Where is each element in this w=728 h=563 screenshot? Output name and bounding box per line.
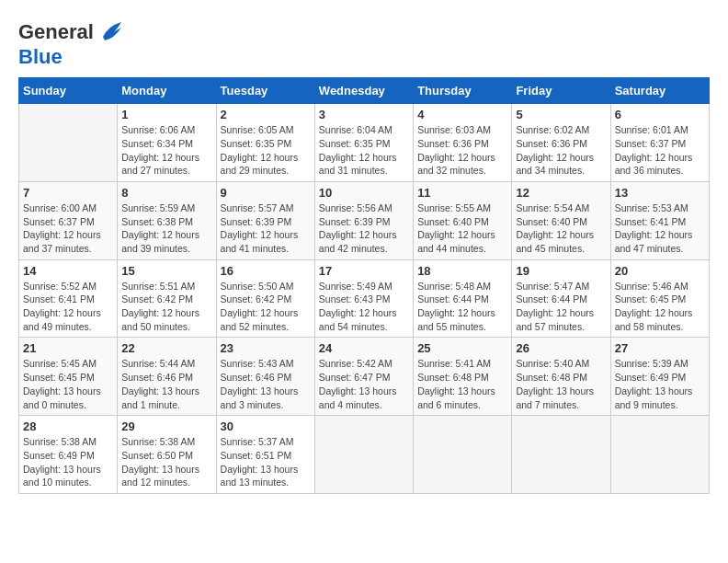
calendar-cell: 4Sunrise: 6:03 AM Sunset: 6:36 PM Daylig…	[414, 104, 512, 182]
calendar-cell: 15Sunrise: 5:51 AM Sunset: 6:42 PM Dayli…	[118, 259, 216, 338]
calendar-cell: 17Sunrise: 5:49 AM Sunset: 6:43 PM Dayli…	[314, 259, 413, 338]
calendar-cell: 29Sunrise: 5:38 AM Sunset: 6:50 PM Dayli…	[118, 416, 216, 494]
calendar-cell: 27Sunrise: 5:39 AM Sunset: 6:49 PM Dayli…	[610, 338, 709, 416]
day-info: Sunrise: 5:56 AM Sunset: 6:39 PM Dayligh…	[319, 201, 409, 256]
day-info: Sunrise: 5:46 AM Sunset: 6:45 PM Dayligh…	[615, 280, 705, 334]
col-header-wednesday: Wednesday	[314, 78, 413, 104]
week-row-5: 28Sunrise: 5:38 AM Sunset: 6:49 PM Dayli…	[19, 416, 710, 494]
day-number: 4	[417, 108, 507, 121]
day-number: 23	[221, 341, 311, 355]
day-info: Sunrise: 6:01 AM Sunset: 6:37 PM Dayligh…	[615, 123, 705, 178]
day-number: 18	[417, 264, 507, 278]
day-number: 20	[615, 264, 705, 278]
calendar-cell: 2Sunrise: 6:05 AM Sunset: 6:35 PM Daylig…	[216, 104, 314, 182]
calendar-cell: 30Sunrise: 5:37 AM Sunset: 6:51 PM Dayli…	[216, 416, 314, 494]
day-number: 10	[319, 186, 409, 200]
calendar-cell	[610, 416, 709, 494]
day-info: Sunrise: 6:03 AM Sunset: 6:36 PM Dayligh…	[417, 123, 507, 178]
col-header-friday: Friday	[512, 78, 610, 104]
calendar-cell: 28Sunrise: 5:38 AM Sunset: 6:49 PM Dayli…	[19, 416, 118, 494]
day-info: Sunrise: 5:44 AM Sunset: 6:46 PM Dayligh…	[121, 357, 211, 411]
day-number: 28	[23, 419, 113, 433]
week-row-2: 7Sunrise: 6:00 AM Sunset: 6:37 PM Daylig…	[19, 181, 710, 259]
col-header-sunday: Sunday	[19, 78, 118, 104]
day-number: 2	[221, 108, 311, 121]
day-info: Sunrise: 5:52 AM Sunset: 6:41 PM Dayligh…	[23, 280, 113, 334]
calendar-cell	[19, 104, 118, 182]
day-info: Sunrise: 6:05 AM Sunset: 6:35 PM Dayligh…	[221, 123, 311, 178]
day-number: 5	[516, 108, 606, 121]
day-number: 9	[221, 186, 311, 200]
calendar-cell: 11Sunrise: 5:55 AM Sunset: 6:40 PM Dayli…	[414, 181, 512, 259]
day-info: Sunrise: 6:02 AM Sunset: 6:36 PM Dayligh…	[516, 123, 606, 178]
week-row-1: 1Sunrise: 6:06 AM Sunset: 6:34 PM Daylig…	[19, 104, 710, 182]
calendar-cell: 23Sunrise: 5:43 AM Sunset: 6:46 PM Dayli…	[216, 338, 314, 416]
day-info: Sunrise: 5:54 AM Sunset: 6:40 PM Dayligh…	[516, 201, 606, 256]
day-number: 29	[121, 419, 211, 433]
day-number: 11	[417, 186, 507, 200]
logo: General Blue	[18, 18, 123, 68]
calendar-cell: 25Sunrise: 5:41 AM Sunset: 6:48 PM Dayli…	[414, 338, 512, 416]
day-number: 19	[516, 264, 606, 278]
calendar-cell: 3Sunrise: 6:04 AM Sunset: 6:35 PM Daylig…	[314, 104, 413, 182]
day-info: Sunrise: 5:57 AM Sunset: 6:39 PM Dayligh…	[221, 201, 311, 256]
calendar-cell: 14Sunrise: 5:52 AM Sunset: 6:41 PM Dayli…	[19, 259, 118, 338]
day-number: 25	[417, 341, 507, 355]
calendar-cell: 8Sunrise: 5:59 AM Sunset: 6:38 PM Daylig…	[118, 181, 216, 259]
calendar-table: SundayMondayTuesdayWednesdayThursdayFrid…	[18, 77, 710, 494]
day-number: 24	[319, 341, 409, 355]
day-info: Sunrise: 5:53 AM Sunset: 6:41 PM Dayligh…	[615, 201, 705, 256]
day-info: Sunrise: 5:40 AM Sunset: 6:48 PM Dayligh…	[516, 357, 606, 411]
day-info: Sunrise: 5:37 AM Sunset: 6:51 PM Dayligh…	[221, 435, 311, 489]
calendar-cell: 20Sunrise: 5:46 AM Sunset: 6:45 PM Dayli…	[610, 259, 709, 338]
day-number: 14	[23, 264, 113, 278]
day-info: Sunrise: 5:39 AM Sunset: 6:49 PM Dayligh…	[615, 357, 705, 411]
day-info: Sunrise: 5:50 AM Sunset: 6:42 PM Dayligh…	[221, 280, 311, 334]
week-row-3: 14Sunrise: 5:52 AM Sunset: 6:41 PM Dayli…	[19, 259, 710, 338]
calendar-cell: 18Sunrise: 5:48 AM Sunset: 6:44 PM Dayli…	[414, 259, 512, 338]
calendar-cell	[314, 416, 413, 494]
day-info: Sunrise: 5:55 AM Sunset: 6:40 PM Dayligh…	[417, 201, 507, 256]
calendar-cell: 5Sunrise: 6:02 AM Sunset: 6:36 PM Daylig…	[512, 104, 610, 182]
calendar-cell: 26Sunrise: 5:40 AM Sunset: 6:48 PM Dayli…	[512, 338, 610, 416]
logo-blue: Blue	[18, 45, 63, 68]
day-number: 13	[615, 186, 705, 200]
day-info: Sunrise: 5:41 AM Sunset: 6:48 PM Dayligh…	[417, 357, 507, 411]
day-number: 26	[516, 341, 606, 355]
day-info: Sunrise: 5:42 AM Sunset: 6:47 PM Dayligh…	[319, 357, 409, 411]
day-number: 16	[221, 264, 311, 278]
col-header-monday: Monday	[118, 78, 216, 104]
calendar-cell: 21Sunrise: 5:45 AM Sunset: 6:45 PM Dayli…	[19, 338, 118, 416]
day-number: 6	[615, 108, 705, 121]
calendar-cell: 10Sunrise: 5:56 AM Sunset: 6:39 PM Dayli…	[314, 181, 413, 259]
day-info: Sunrise: 5:45 AM Sunset: 6:45 PM Dayligh…	[23, 357, 113, 411]
day-number: 1	[121, 108, 211, 121]
day-number: 8	[121, 186, 211, 200]
day-number: 12	[516, 186, 606, 200]
col-header-tuesday: Tuesday	[216, 78, 314, 104]
calendar-cell: 9Sunrise: 5:57 AM Sunset: 6:39 PM Daylig…	[216, 181, 314, 259]
day-number: 30	[221, 419, 311, 433]
day-info: Sunrise: 5:38 AM Sunset: 6:50 PM Dayligh…	[121, 435, 211, 489]
day-info: Sunrise: 5:48 AM Sunset: 6:44 PM Dayligh…	[417, 280, 507, 334]
logo-general: General	[18, 20, 94, 43]
day-info: Sunrise: 5:59 AM Sunset: 6:38 PM Dayligh…	[121, 201, 211, 256]
day-info: Sunrise: 5:47 AM Sunset: 6:44 PM Dayligh…	[516, 280, 606, 334]
calendar-cell: 22Sunrise: 5:44 AM Sunset: 6:46 PM Dayli…	[118, 338, 216, 416]
day-number: 22	[121, 341, 211, 355]
day-number: 3	[319, 108, 409, 121]
calendar-cell: 12Sunrise: 5:54 AM Sunset: 6:40 PM Dayli…	[512, 181, 610, 259]
day-number: 21	[23, 341, 113, 355]
day-number: 7	[23, 186, 113, 200]
calendar-cell: 19Sunrise: 5:47 AM Sunset: 6:44 PM Dayli…	[512, 259, 610, 338]
day-info: Sunrise: 6:00 AM Sunset: 6:37 PM Dayligh…	[23, 201, 113, 256]
calendar-cell	[512, 416, 610, 494]
calendar-cell	[414, 416, 512, 494]
day-number: 15	[121, 264, 211, 278]
calendar-cell: 1Sunrise: 6:06 AM Sunset: 6:34 PM Daylig…	[118, 104, 216, 182]
calendar-cell: 7Sunrise: 6:00 AM Sunset: 6:37 PM Daylig…	[19, 181, 118, 259]
day-info: Sunrise: 5:51 AM Sunset: 6:42 PM Dayligh…	[121, 280, 211, 334]
header: General Blue	[18, 18, 710, 68]
day-info: Sunrise: 5:49 AM Sunset: 6:43 PM Dayligh…	[319, 280, 409, 334]
day-number: 27	[615, 341, 705, 355]
